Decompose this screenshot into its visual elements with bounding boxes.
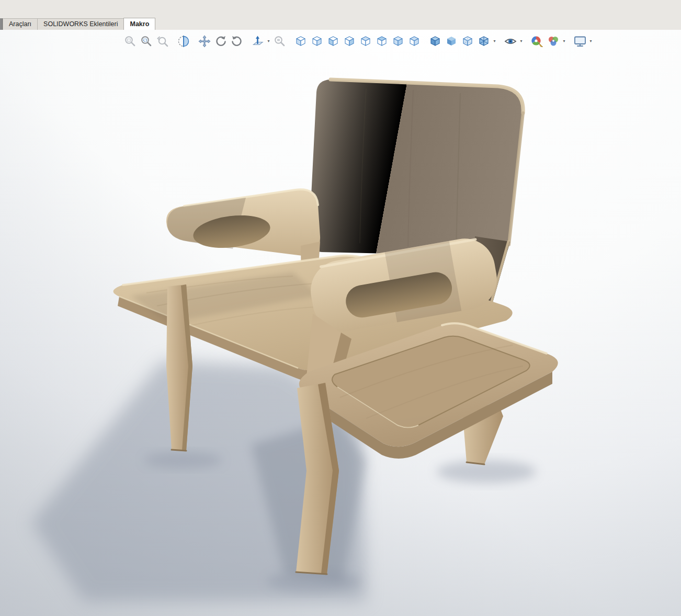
view-orientation-axis-button[interactable] <box>249 33 266 49</box>
rotate-view-ccw-button[interactable] <box>212 33 229 49</box>
edit-appearance-button[interactable] <box>529 33 545 49</box>
monitor-icon <box>573 35 587 48</box>
display-style-wireframe-button[interactable] <box>475 33 492 49</box>
heads-up-view-toolbar: ▾ <box>122 33 594 49</box>
pan-button[interactable] <box>196 33 212 49</box>
hide-show-items-caret[interactable]: ▾ <box>518 34 524 49</box>
chair-backrest <box>309 79 523 256</box>
ribbon-header: Araçları SOLIDWORKS Eklentileri Makro <box>0 0 681 30</box>
view-right-cube-icon <box>343 35 356 48</box>
view-isometric-button[interactable] <box>390 33 406 49</box>
display-hidden-lines-icon <box>461 35 474 48</box>
view-right-button[interactable] <box>341 33 357 49</box>
view-top-button[interactable] <box>357 33 373 49</box>
apply-scene-caret[interactable]: ▾ <box>561 34 567 49</box>
previous-view-button[interactable] <box>154 33 171 49</box>
view-top-cube-icon <box>359 35 372 48</box>
view-back-cube-icon <box>310 35 324 48</box>
display-wireframe-icon <box>477 35 491 48</box>
view-bottom-button[interactable] <box>373 33 390 49</box>
orientation-axis-icon <box>251 35 265 48</box>
view-front-button[interactable] <box>292 33 309 49</box>
rotate-cw-icon <box>230 35 244 48</box>
zoom-to-area-icon <box>140 35 153 48</box>
view-settings-button[interactable] <box>572 33 588 49</box>
color-sphere-pencil-icon <box>530 35 544 48</box>
view-bottom-cube-icon <box>375 35 389 48</box>
view-back-button[interactable] <box>309 33 325 49</box>
previous-view-icon <box>156 35 169 48</box>
view-dimetric-cube-icon <box>407 35 421 48</box>
eye-icon <box>504 35 517 48</box>
view-front-cube-icon <box>294 35 308 48</box>
display-style-caret[interactable]: ▾ <box>492 34 497 49</box>
pan-icon <box>198 35 211 48</box>
tab-solidworks-eklentileri[interactable]: SOLIDWORKS Eklentileri <box>37 18 124 30</box>
tab-araclari[interactable]: Araçları <box>3 18 38 30</box>
tab-makro[interactable]: Makro <box>123 18 155 30</box>
display-shaded-edges-icon <box>428 35 442 48</box>
chair-3d-model <box>0 0 681 616</box>
view-isometric-cube-icon <box>391 35 405 48</box>
view-dimetric-button[interactable] <box>406 33 422 49</box>
apply-scene-icon <box>547 35 560 48</box>
view-left-button[interactable] <box>325 33 341 49</box>
ribbon-tab-row: Araçları SOLIDWORKS Eklentileri Makro <box>0 18 155 30</box>
display-style-hidden-lines-button[interactable] <box>459 33 475 49</box>
zoom-to-selection-button[interactable] <box>271 33 288 49</box>
view-left-cube-icon <box>326 35 340 48</box>
zoom-to-fit-icon <box>123 35 137 48</box>
zoom-to-fit-button[interactable] <box>122 33 138 49</box>
rotate-ccw-icon <box>214 35 228 48</box>
view-orientation-caret[interactable]: ▾ <box>266 34 271 49</box>
hide-show-items-button[interactable] <box>502 33 518 49</box>
apply-scene-button[interactable] <box>545 33 561 49</box>
zoom-to-selection-icon <box>273 35 287 48</box>
display-style-shaded-button[interactable] <box>443 33 459 49</box>
section-view-icon <box>177 35 190 48</box>
view-settings-caret[interactable]: ▾ <box>588 34 594 49</box>
rotate-view-cw-button[interactable] <box>229 33 245 49</box>
display-shaded-icon <box>445 35 458 48</box>
graphics-viewport[interactable] <box>0 0 681 616</box>
display-style-shaded-edges-button[interactable] <box>427 33 443 49</box>
section-view-button[interactable] <box>175 33 191 49</box>
zoom-to-area-button[interactable] <box>138 33 154 49</box>
